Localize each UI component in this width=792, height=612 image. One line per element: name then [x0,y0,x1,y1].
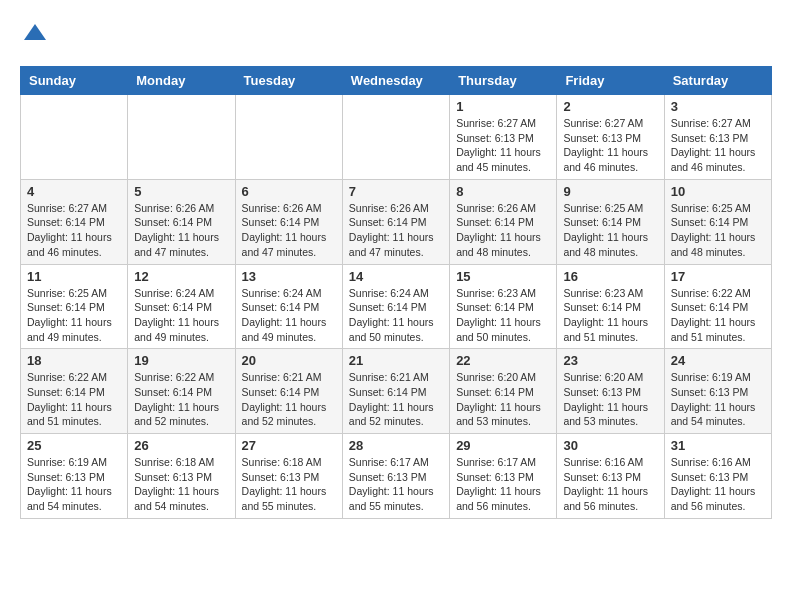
day-cell: 10Sunrise: 6:25 AM Sunset: 6:14 PM Dayli… [664,179,771,264]
day-cell: 1Sunrise: 6:27 AM Sunset: 6:13 PM Daylig… [450,95,557,180]
day-info: Sunrise: 6:21 AM Sunset: 6:14 PM Dayligh… [242,370,336,429]
day-info: Sunrise: 6:16 AM Sunset: 6:13 PM Dayligh… [671,455,765,514]
day-cell: 13Sunrise: 6:24 AM Sunset: 6:14 PM Dayli… [235,264,342,349]
day-info: Sunrise: 6:18 AM Sunset: 6:13 PM Dayligh… [134,455,228,514]
day-info: Sunrise: 6:27 AM Sunset: 6:13 PM Dayligh… [563,116,657,175]
svg-marker-0 [24,24,46,40]
day-number: 13 [242,269,336,284]
day-info: Sunrise: 6:27 AM Sunset: 6:13 PM Dayligh… [671,116,765,175]
day-cell: 16Sunrise: 6:23 AM Sunset: 6:14 PM Dayli… [557,264,664,349]
day-info: Sunrise: 6:19 AM Sunset: 6:13 PM Dayligh… [27,455,121,514]
day-number: 14 [349,269,443,284]
day-cell: 28Sunrise: 6:17 AM Sunset: 6:13 PM Dayli… [342,434,449,519]
day-number: 19 [134,353,228,368]
day-cell: 18Sunrise: 6:22 AM Sunset: 6:14 PM Dayli… [21,349,128,434]
day-cell: 31Sunrise: 6:16 AM Sunset: 6:13 PM Dayli… [664,434,771,519]
day-number: 25 [27,438,121,453]
day-cell: 7Sunrise: 6:26 AM Sunset: 6:14 PM Daylig… [342,179,449,264]
day-cell: 9Sunrise: 6:25 AM Sunset: 6:14 PM Daylig… [557,179,664,264]
day-number: 2 [563,99,657,114]
day-header-tuesday: Tuesday [235,67,342,95]
day-info: Sunrise: 6:26 AM Sunset: 6:14 PM Dayligh… [349,201,443,260]
day-info: Sunrise: 6:24 AM Sunset: 6:14 PM Dayligh… [349,286,443,345]
day-cell: 15Sunrise: 6:23 AM Sunset: 6:14 PM Dayli… [450,264,557,349]
day-info: Sunrise: 6:26 AM Sunset: 6:14 PM Dayligh… [242,201,336,260]
day-number: 5 [134,184,228,199]
day-info: Sunrise: 6:17 AM Sunset: 6:13 PM Dayligh… [456,455,550,514]
day-info: Sunrise: 6:17 AM Sunset: 6:13 PM Dayligh… [349,455,443,514]
day-info: Sunrise: 6:24 AM Sunset: 6:14 PM Dayligh… [242,286,336,345]
day-number: 21 [349,353,443,368]
day-number: 1 [456,99,550,114]
day-info: Sunrise: 6:22 AM Sunset: 6:14 PM Dayligh… [27,370,121,429]
week-row-1: 1Sunrise: 6:27 AM Sunset: 6:13 PM Daylig… [21,95,772,180]
day-cell: 6Sunrise: 6:26 AM Sunset: 6:14 PM Daylig… [235,179,342,264]
day-info: Sunrise: 6:18 AM Sunset: 6:13 PM Dayligh… [242,455,336,514]
week-row-5: 25Sunrise: 6:19 AM Sunset: 6:13 PM Dayli… [21,434,772,519]
day-cell: 11Sunrise: 6:25 AM Sunset: 6:14 PM Dayli… [21,264,128,349]
day-cell: 30Sunrise: 6:16 AM Sunset: 6:13 PM Dayli… [557,434,664,519]
day-info: Sunrise: 6:24 AM Sunset: 6:14 PM Dayligh… [134,286,228,345]
day-header-sunday: Sunday [21,67,128,95]
day-cell: 20Sunrise: 6:21 AM Sunset: 6:14 PM Dayli… [235,349,342,434]
day-number: 22 [456,353,550,368]
day-header-friday: Friday [557,67,664,95]
day-info: Sunrise: 6:25 AM Sunset: 6:14 PM Dayligh… [27,286,121,345]
logo-icon [20,20,50,50]
day-info: Sunrise: 6:23 AM Sunset: 6:14 PM Dayligh… [563,286,657,345]
day-number: 3 [671,99,765,114]
day-number: 7 [349,184,443,199]
day-number: 12 [134,269,228,284]
day-number: 15 [456,269,550,284]
day-info: Sunrise: 6:25 AM Sunset: 6:14 PM Dayligh… [563,201,657,260]
day-cell: 29Sunrise: 6:17 AM Sunset: 6:13 PM Dayli… [450,434,557,519]
day-number: 17 [671,269,765,284]
day-cell: 14Sunrise: 6:24 AM Sunset: 6:14 PM Dayli… [342,264,449,349]
day-cell: 21Sunrise: 6:21 AM Sunset: 6:14 PM Dayli… [342,349,449,434]
day-info: Sunrise: 6:20 AM Sunset: 6:14 PM Dayligh… [456,370,550,429]
day-cell: 27Sunrise: 6:18 AM Sunset: 6:13 PM Dayli… [235,434,342,519]
day-cell: 3Sunrise: 6:27 AM Sunset: 6:13 PM Daylig… [664,95,771,180]
day-number: 20 [242,353,336,368]
week-row-4: 18Sunrise: 6:22 AM Sunset: 6:14 PM Dayli… [21,349,772,434]
day-number: 9 [563,184,657,199]
day-info: Sunrise: 6:25 AM Sunset: 6:14 PM Dayligh… [671,201,765,260]
day-cell: 4Sunrise: 6:27 AM Sunset: 6:14 PM Daylig… [21,179,128,264]
day-header-saturday: Saturday [664,67,771,95]
day-info: Sunrise: 6:27 AM Sunset: 6:14 PM Dayligh… [27,201,121,260]
day-cell: 5Sunrise: 6:26 AM Sunset: 6:14 PM Daylig… [128,179,235,264]
day-number: 28 [349,438,443,453]
day-number: 18 [27,353,121,368]
day-header-monday: Monday [128,67,235,95]
week-row-3: 11Sunrise: 6:25 AM Sunset: 6:14 PM Dayli… [21,264,772,349]
logo [20,20,54,50]
day-number: 23 [563,353,657,368]
day-cell [235,95,342,180]
day-cell: 25Sunrise: 6:19 AM Sunset: 6:13 PM Dayli… [21,434,128,519]
day-number: 16 [563,269,657,284]
day-number: 31 [671,438,765,453]
day-number: 29 [456,438,550,453]
day-cell: 17Sunrise: 6:22 AM Sunset: 6:14 PM Dayli… [664,264,771,349]
day-number: 8 [456,184,550,199]
day-info: Sunrise: 6:23 AM Sunset: 6:14 PM Dayligh… [456,286,550,345]
day-info: Sunrise: 6:19 AM Sunset: 6:13 PM Dayligh… [671,370,765,429]
day-cell: 19Sunrise: 6:22 AM Sunset: 6:14 PM Dayli… [128,349,235,434]
header [20,20,772,50]
day-header-wednesday: Wednesday [342,67,449,95]
week-row-2: 4Sunrise: 6:27 AM Sunset: 6:14 PM Daylig… [21,179,772,264]
day-header-thursday: Thursday [450,67,557,95]
day-info: Sunrise: 6:21 AM Sunset: 6:14 PM Dayligh… [349,370,443,429]
day-info: Sunrise: 6:26 AM Sunset: 6:14 PM Dayligh… [134,201,228,260]
day-number: 6 [242,184,336,199]
day-number: 10 [671,184,765,199]
header-row: SundayMondayTuesdayWednesdayThursdayFrid… [21,67,772,95]
day-cell: 2Sunrise: 6:27 AM Sunset: 6:13 PM Daylig… [557,95,664,180]
day-number: 24 [671,353,765,368]
day-info: Sunrise: 6:27 AM Sunset: 6:13 PM Dayligh… [456,116,550,175]
day-cell: 23Sunrise: 6:20 AM Sunset: 6:13 PM Dayli… [557,349,664,434]
day-cell [342,95,449,180]
day-info: Sunrise: 6:20 AM Sunset: 6:13 PM Dayligh… [563,370,657,429]
day-info: Sunrise: 6:22 AM Sunset: 6:14 PM Dayligh… [134,370,228,429]
day-number: 30 [563,438,657,453]
